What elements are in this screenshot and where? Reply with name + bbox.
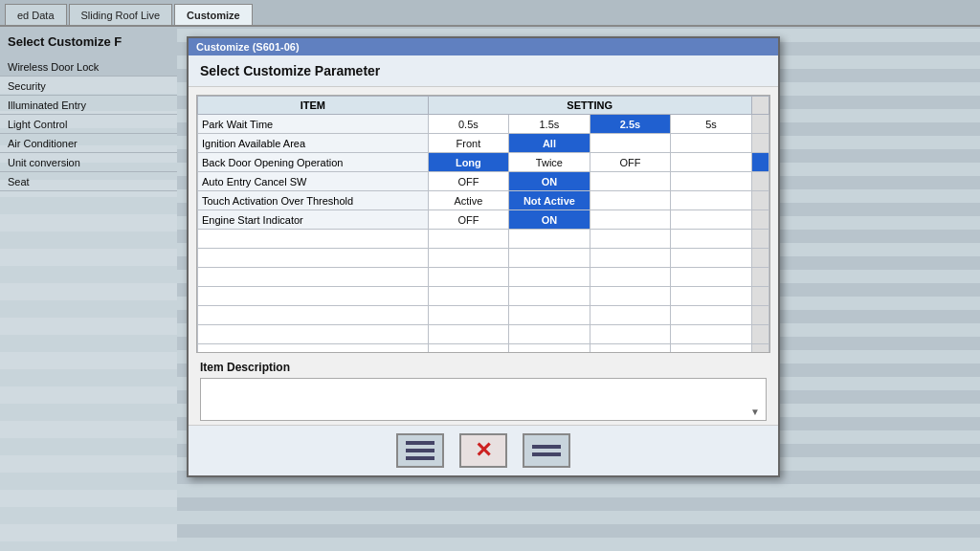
sidebar-item-wireless-door-lock[interactable]: Wireless Door Lock <box>0 57 177 77</box>
dialog-title-bar: Customize (S601-06) <box>189 38 778 55</box>
dialog-title: Customize (S601-06) <box>196 41 300 53</box>
table-row-empty <box>198 306 769 325</box>
cell-ignition-front[interactable]: Front <box>428 134 509 153</box>
cell-park-0.5s[interactable]: 0.5s <box>428 115 509 134</box>
cell-touch-not-active[interactable]: Not Active <box>509 191 590 210</box>
tab-ed-data[interactable]: ed Data <box>5 4 67 25</box>
tab-bar: ed Data Sliding Roof Live Customize <box>0 0 980 27</box>
line1 <box>532 445 561 449</box>
cell-back-4[interactable] <box>671 153 752 172</box>
item-description-box: ▼ <box>200 378 767 421</box>
cell-back-long[interactable]: Long <box>428 153 509 172</box>
sidebar-item-security[interactable]: Security <box>0 77 177 96</box>
table-row: Auto Entry Cancel SW OFF ON <box>198 172 769 191</box>
cell-touch-3[interactable] <box>590 191 671 210</box>
save-icon <box>532 445 561 456</box>
col-header-item: ITEM <box>198 97 429 115</box>
save-button[interactable] <box>523 433 570 468</box>
customize-dialog: Customize (S601-06) Select Customize Par… <box>187 36 780 477</box>
cancel-icon: ✕ <box>475 438 492 463</box>
cell-engine-off[interactable]: OFF <box>428 210 509 230</box>
cell-entry-on[interactable]: ON <box>509 172 590 191</box>
scrollbar-cell <box>751 191 768 210</box>
table-row: Back Door Opening Operation Long Twice O… <box>198 153 769 172</box>
sidebar-item-seat[interactable]: Seat <box>0 172 177 191</box>
row-item-back-door: Back Door Opening Operation <box>198 153 429 172</box>
param-table-container: ITEM SETTING Park Wait Time 0.5s 1.5s 2.… <box>196 95 770 353</box>
apply-button[interactable] <box>396 433 444 468</box>
line2 <box>532 452 561 456</box>
row-item-park-wait-time: Park Wait Time <box>198 115 429 134</box>
col-header-setting: SETTING <box>428 97 751 115</box>
scrollbar-highlight <box>751 153 768 172</box>
table-row-empty <box>198 268 769 287</box>
line3 <box>406 456 434 460</box>
sidebar-item-illuminated-entry[interactable]: Illuminated Entry <box>0 96 177 115</box>
apply-icon <box>406 441 434 460</box>
cell-entry-4[interactable] <box>671 172 752 191</box>
row-item-ignition-area: Ignition Available Area <box>198 134 429 153</box>
scrollbar-cell <box>751 210 768 230</box>
row-item-touch-activation: Touch Activation Over Threshold <box>198 191 429 210</box>
dialog-footer: ✕ <box>189 425 778 475</box>
tab-customize[interactable]: Customize <box>174 4 253 25</box>
sidebar-item-unit-conversion[interactable]: Unit conversion <box>0 153 177 172</box>
table-row-empty <box>198 249 769 268</box>
table-row: Park Wait Time 0.5s 1.5s 2.5s 5s <box>198 115 769 134</box>
dialog-header: Select Customize Parameter <box>189 55 778 87</box>
cell-park-1.5s[interactable]: 1.5s <box>509 115 590 134</box>
cell-ignition-4[interactable] <box>671 134 752 153</box>
table-row-empty <box>198 344 769 354</box>
cell-entry-off[interactable]: OFF <box>428 172 509 191</box>
cell-engine-3[interactable] <box>590 210 671 230</box>
dropdown-arrow-icon: ▼ <box>750 407 760 417</box>
row-item-engine-start: Engine Start Indicator <box>198 210 429 230</box>
sidebar: Wireless Door Lock Security Illuminated … <box>0 57 177 551</box>
cell-ignition-3[interactable] <box>590 134 671 153</box>
cell-park-5s[interactable]: 5s <box>671 115 752 134</box>
table-row-empty <box>198 325 769 344</box>
scrollbar-cell <box>751 115 768 134</box>
line2 <box>406 449 434 452</box>
tab-sliding-roof[interactable]: Sliding Roof Live <box>69 4 173 25</box>
cell-engine-on[interactable]: ON <box>509 210 590 230</box>
cell-touch-active[interactable]: Active <box>428 191 509 210</box>
cell-touch-4[interactable] <box>671 191 752 210</box>
cell-engine-4[interactable] <box>671 210 752 230</box>
line1 <box>406 441 434 445</box>
item-description-label: Item Description <box>200 361 767 374</box>
cell-park-2.5s[interactable]: 2.5s <box>590 115 671 134</box>
cell-ignition-all[interactable]: All <box>509 134 590 153</box>
row-item-auto-entry: Auto Entry Cancel SW <box>198 172 429 191</box>
table-row: Ignition Available Area Front All <box>198 134 769 153</box>
scrollbar-header <box>751 97 768 115</box>
table-row-empty <box>198 230 769 249</box>
scrollbar-cell <box>751 172 768 191</box>
table-row-empty <box>198 287 769 306</box>
table-row: Engine Start Indicator OFF ON <box>198 210 769 230</box>
sidebar-item-light-control[interactable]: Light Control <box>0 115 177 134</box>
cell-entry-3[interactable] <box>590 172 671 191</box>
cell-back-twice[interactable]: Twice <box>509 153 590 172</box>
table-row: Touch Activation Over Threshold Active N… <box>198 191 769 210</box>
scrollbar-cell <box>751 134 768 153</box>
item-description-section: Item Description ▼ <box>189 357 778 425</box>
sidebar-item-air-conditioner[interactable]: Air Conditioner <box>0 134 177 153</box>
page-title: Select Customize F <box>0 27 177 56</box>
param-table: ITEM SETTING Park Wait Time 0.5s 1.5s 2.… <box>197 96 769 353</box>
cancel-button[interactable]: ✕ <box>459 433 507 468</box>
cell-back-off[interactable]: OFF <box>590 153 671 172</box>
